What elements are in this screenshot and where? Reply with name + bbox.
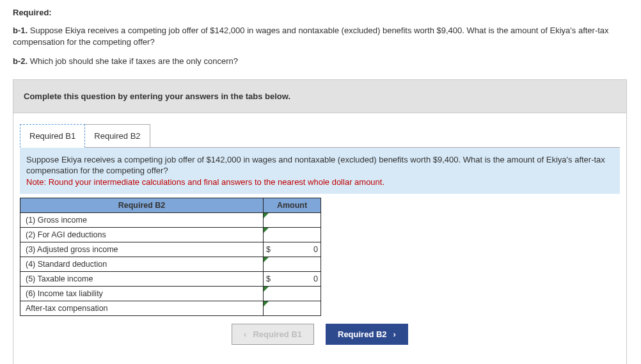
cell-flag-icon [264, 213, 269, 218]
question-b1: b-1. Suppose Ekiya receives a competing … [13, 25, 628, 48]
required-heading: Required: [13, 8, 628, 17]
amount-cell[interactable] [264, 301, 321, 316]
table-row: (1) Gross income [20, 213, 321, 228]
question-b1-label: b-1. [13, 26, 28, 35]
row-label: (4) Standard deduction [20, 257, 264, 272]
amount-cell[interactable] [264, 213, 321, 228]
currency-symbol: $ [266, 245, 271, 254]
cell-flag-icon [264, 257, 269, 262]
tab-panel-b1: Suppose Ekiya receives a competing job o… [20, 147, 620, 356]
amount-cell[interactable]: $ 0 [264, 242, 321, 257]
next-button[interactable]: Required B2 › [326, 324, 408, 345]
question-b2: b-2. Which job should she take if taxes … [13, 56, 628, 67]
calc-table: Required B2 Amount (1) Gross income [20, 198, 321, 316]
next-button-label: Required B2 [338, 329, 387, 339]
table-row: (2) For AGI deductions [20, 228, 321, 242]
row-label: (5) Taxable income [20, 272, 264, 287]
amount-cell[interactable] [264, 287, 321, 301]
instruction-bar: Complete this question by entering your … [13, 80, 626, 113]
table-row: (6) Income tax liability [20, 287, 321, 301]
amount-value: 0 [271, 245, 318, 254]
col-header-amount: Amount [264, 198, 321, 213]
tab-required-b2[interactable]: Required B2 [85, 124, 150, 148]
row-label: (3) Adjusted gross income [20, 242, 264, 257]
panel-note: Note: Round your intermediate calculatio… [26, 177, 384, 187]
tab-required-b1[interactable]: Required B1 [20, 124, 85, 148]
panel-prompt: Suppose Ekiya receives a competing job o… [20, 148, 620, 194]
question-b2-label: b-2. [13, 56, 28, 66]
prev-button-label: Required B1 [253, 329, 302, 339]
col-header-label: Required B2 [20, 198, 264, 213]
nav-row: ‹ Required B1 Required B2 › [20, 316, 620, 355]
answer-container: Complete this question by entering your … [13, 79, 627, 364]
table-row: (4) Standard deduction [20, 257, 321, 272]
row-label: (1) Gross income [20, 213, 264, 228]
question-b2-text: Which job should she take if taxes are t… [30, 56, 238, 66]
chevron-right-icon: › [393, 329, 396, 339]
cell-flag-icon [264, 287, 269, 292]
table-row: After-tax compensation [20, 301, 321, 316]
question-b1-text: Suppose Ekiya receives a competing job o… [13, 26, 609, 47]
cell-flag-icon [264, 228, 269, 233]
row-label: (2) For AGI deductions [20, 228, 264, 242]
currency-symbol: $ [266, 274, 271, 283]
amount-value: 0 [271, 274, 318, 283]
panel-prompt-text: Suppose Ekiya receives a competing job o… [26, 155, 605, 176]
tabs-row: Required B1 Required B2 [13, 113, 626, 147]
table-row: (5) Taxable income $ 0 [20, 272, 321, 287]
amount-cell[interactable] [264, 228, 321, 242]
row-label: (6) Income tax liability [20, 287, 264, 301]
amount-cell[interactable] [264, 257, 321, 272]
prev-button: ‹ Required B1 [232, 324, 314, 345]
chevron-left-icon: ‹ [244, 329, 246, 339]
amount-cell[interactable]: $ 0 [264, 272, 321, 287]
row-label: After-tax compensation [20, 301, 264, 316]
table-row: (3) Adjusted gross income $ 0 [20, 242, 321, 257]
cell-flag-icon [264, 301, 269, 306]
